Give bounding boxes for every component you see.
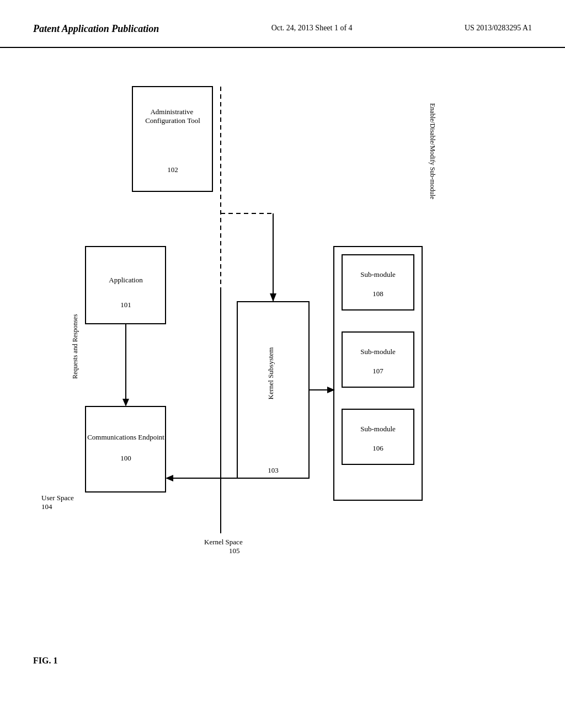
svg-text:Kernel Space: Kernel Space bbox=[204, 538, 243, 546]
svg-rect-16 bbox=[342, 332, 414, 387]
header-title: Patent Application Publication bbox=[33, 22, 159, 36]
svg-text:Requests and Responses: Requests and Responses bbox=[71, 314, 79, 379]
svg-marker-31 bbox=[166, 475, 173, 481]
svg-text:106: 106 bbox=[372, 444, 383, 452]
svg-marker-25 bbox=[270, 293, 276, 302]
svg-text:101: 101 bbox=[120, 301, 131, 309]
svg-text:105: 105 bbox=[229, 547, 240, 555]
diagram-svg: Administrative Configuration Tool 102 Ap… bbox=[0, 48, 565, 699]
svg-text:100: 100 bbox=[120, 454, 131, 462]
svg-text:Application: Application bbox=[109, 276, 143, 284]
svg-rect-0 bbox=[132, 87, 212, 191]
svg-rect-13 bbox=[342, 255, 414, 310]
svg-text:Enable/Disable/Modify Sub-modu: Enable/Disable/Modify Sub-module bbox=[429, 103, 436, 199]
svg-text:Sub-module: Sub-module bbox=[360, 270, 396, 279]
svg-rect-3 bbox=[86, 247, 166, 324]
figure-label: FIG. 1 bbox=[33, 656, 57, 666]
svg-text:User Space: User Space bbox=[41, 494, 74, 502]
svg-rect-19 bbox=[342, 409, 414, 464]
svg-text:104: 104 bbox=[41, 502, 52, 511]
svg-rect-6 bbox=[86, 406, 166, 492]
svg-marker-28 bbox=[122, 399, 129, 406]
svg-text:108: 108 bbox=[372, 290, 383, 298]
header-patent-number: US 2013/0283295 A1 bbox=[465, 22, 532, 34]
header-date-sheet: Oct. 24, 2013 Sheet 1 of 4 bbox=[271, 22, 353, 34]
svg-text:Kernel Subsystem: Kernel Subsystem bbox=[266, 347, 275, 400]
svg-text:Sub-module: Sub-module bbox=[360, 347, 396, 356]
diagram-area: Administrative Configuration Tool 102 Ap… bbox=[0, 48, 565, 699]
page-header: Patent Application Publication Oct. 24, … bbox=[0, 0, 565, 48]
patent-page: Patent Application Publication Oct. 24, … bbox=[0, 0, 565, 728]
svg-text:103: 103 bbox=[268, 466, 279, 474]
svg-text:Communications Endpoint: Communications Endpoint bbox=[87, 433, 164, 441]
svg-text:Administrative
        Configu: Administrative Configuration Tool bbox=[145, 108, 200, 125]
svg-text:107: 107 bbox=[372, 367, 383, 375]
svg-text:102: 102 bbox=[167, 165, 178, 174]
svg-text:Sub-module: Sub-module bbox=[360, 425, 396, 433]
